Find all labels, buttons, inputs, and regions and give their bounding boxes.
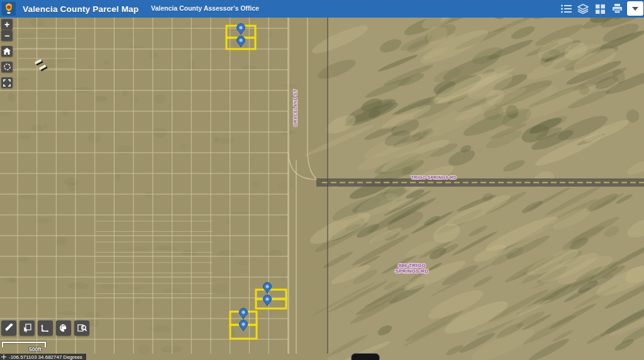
header-toolbar: [560, 0, 623, 18]
pencil-icon: [4, 324, 13, 332]
fullscreen-button[interactable]: [1, 77, 13, 88]
map-canvas[interactable]: TRIGO SPRINGS RDGRACELAND ST986 TRIGOSPR…: [0, 0, 644, 360]
coordinates-readout: -106.571103 34.682747 Degrees: [9, 354, 82, 360]
scale-bar-label: 500ft: [29, 346, 42, 352]
basemap-icon[interactable]: [594, 3, 606, 14]
header-subtitle: Valencia County Assessor's Office: [151, 4, 259, 12]
palette-icon: [59, 324, 68, 332]
measure-tool-button[interactable]: [38, 320, 53, 335]
print-icon[interactable]: [611, 3, 623, 14]
parcel-select-tool-button[interactable]: [19, 320, 35, 335]
page-title: Valencia County Parcel Map: [23, 4, 139, 14]
county-seal-logo: [0, 0, 18, 18]
layers-icon[interactable]: [577, 3, 589, 14]
header-dropdown-button[interactable]: [627, 1, 643, 16]
home-icon: [3, 48, 11, 55]
crosshair-icon: [1, 354, 6, 359]
parcel-map-app: TRIGO SPRINGS RDGRACELAND ST986 TRIGOSPR…: [0, 0, 644, 360]
cutoff-overview-widget[interactable]: [351, 353, 380, 360]
zoom-out-button[interactable]: −: [1, 30, 13, 41]
map-navigation-controls: + −: [1, 19, 13, 88]
zoom-in-button[interactable]: +: [1, 19, 13, 30]
locate-button[interactable]: [1, 62, 13, 72]
pencil-draw-tool-button[interactable]: [1, 320, 16, 335]
map-pointer-icon: [23, 324, 31, 332]
fullscreen-icon: [3, 79, 11, 87]
measure-angle-icon: [41, 324, 50, 332]
locate-icon: [3, 63, 11, 71]
legend-icon[interactable]: [560, 3, 572, 14]
aerial-map[interactable]: TRIGO SPRINGS RDGRACELAND ST986 TRIGOSPR…: [0, 0, 644, 360]
coordinate-status-bar: -106.571103 34.682747 Degrees: [0, 354, 86, 360]
search-document-icon: [77, 324, 87, 332]
map-tools-toolbar: [1, 320, 89, 335]
palette-tool-button[interactable]: [56, 320, 71, 335]
home-button[interactable]: [1, 46, 13, 57]
search-document-tool-button[interactable]: [74, 320, 89, 335]
chevron-down-icon: [632, 7, 638, 11]
app-header: Valencia County Parcel Map Valencia Coun…: [0, 0, 644, 18]
